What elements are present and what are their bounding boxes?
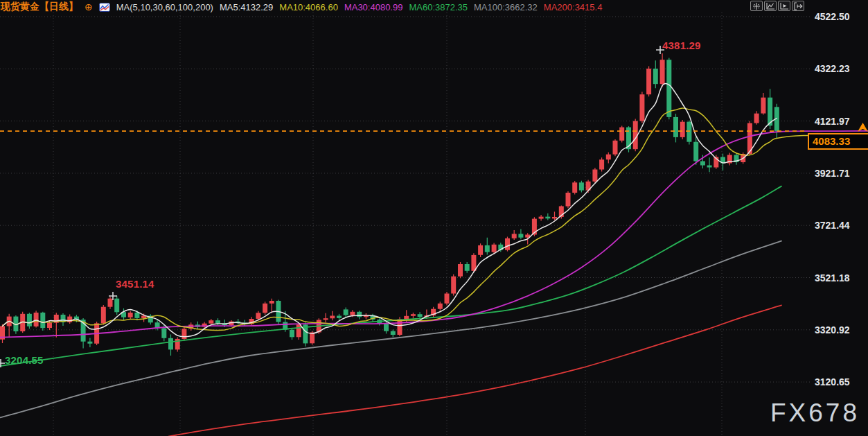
y-axis-label: 3921.71: [815, 168, 850, 179]
ma-overview-label: MA(5,10,30,60,100,200): [116, 2, 213, 12]
current-price-value: 4083.33: [813, 135, 850, 147]
symbol-title: 现货黄金【日线】: [1, 1, 78, 13]
play-chart-icon[interactable]: [778, 1, 790, 11]
trading-chart-window: 现货黄金【日线】 ⊕ MA(5,10,30,60,100,200) MA5:41…: [0, 0, 868, 436]
add-indicator-icon[interactable]: ⊕: [85, 2, 93, 12]
exit-right-icon[interactable]: [792, 1, 804, 11]
chart-header: 现货黄金【日线】 ⊕ MA(5,10,30,60,100,200) MA5:41…: [1, 0, 602, 14]
ma-value-3: MA60:3872.35: [409, 2, 468, 12]
chart-toolbar: [750, 1, 804, 11]
y-axis-label: 3521.18: [815, 272, 850, 284]
candlestick-chart[interactable]: [0, 0, 868, 436]
y-axis-label: 4522.50: [815, 11, 850, 22]
mini-chart-icon[interactable]: [99, 3, 110, 12]
ma-value-5: MA200:3415.4: [544, 2, 603, 12]
watermark: FX678: [770, 399, 860, 428]
y-axis-label: 3120.65: [815, 376, 850, 387]
ma-value-1: MA10:4066.60: [279, 2, 338, 12]
swing-low-label: 3204.55: [5, 354, 44, 366]
crosshair-move-icon[interactable]: [750, 1, 763, 11]
ma-value-4: MA100:3662.32: [474, 2, 538, 12]
y-axis-label: 3721.44: [815, 220, 850, 231]
ma-value-0: MA5:4132.29: [220, 2, 273, 12]
y-axis-label: 4121.97: [815, 116, 850, 127]
swing-high-label: 4381.29: [662, 40, 701, 51]
y-axis-label: 3320.92: [815, 324, 850, 335]
y-axis-label: 4322.23: [815, 63, 850, 74]
current-price-tag: 4083.33: [808, 133, 868, 150]
swing-high-label: 3451.14: [116, 278, 154, 290]
ma-value-2: MA30:4080.99: [344, 2, 403, 12]
indicator-chart-icon[interactable]: [764, 1, 777, 11]
